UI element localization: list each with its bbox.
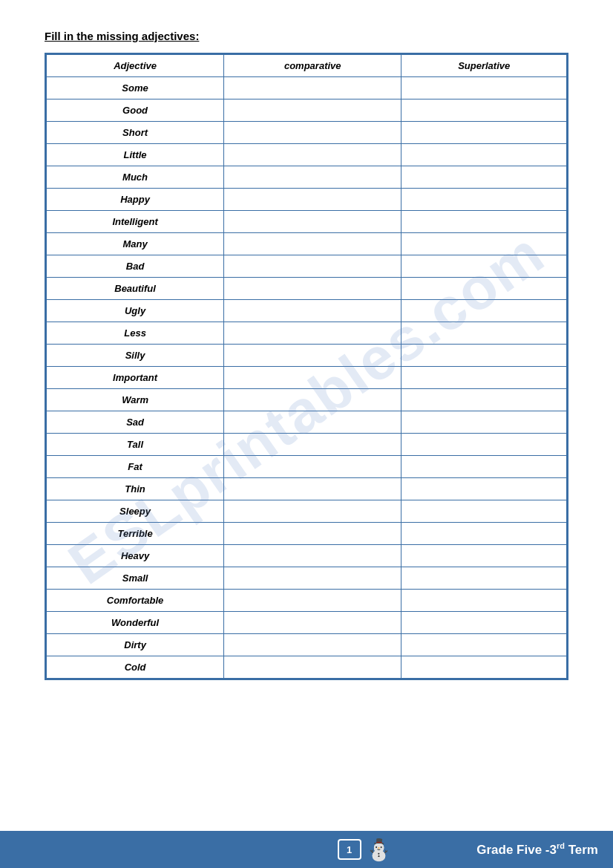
col-header-adjective: Adjective <box>47 55 224 77</box>
superlative-cell[interactable] <box>401 77 567 99</box>
adjective-cell: Wonderful <box>47 612 224 634</box>
adjective-cell: Many <box>47 233 224 255</box>
superlative-cell[interactable] <box>401 278 567 300</box>
adjective-cell: Short <box>47 122 224 144</box>
table-row: Little <box>47 144 567 166</box>
term-label: Term <box>565 843 598 857</box>
superlative-cell[interactable] <box>401 411 567 434</box>
table-row: Sleepy <box>47 500 567 523</box>
adjective-cell: Comfortable <box>47 590 224 612</box>
comparative-cell[interactable] <box>224 300 401 322</box>
comparative-cell[interactable] <box>224 77 401 99</box>
table-row: Ugly <box>47 300 567 322</box>
comparative-cell[interactable] <box>224 590 401 612</box>
footer-center: 1 ⛄ <box>338 838 392 862</box>
comparative-cell[interactable] <box>224 367 401 389</box>
adjective-cell: Little <box>47 144 224 166</box>
comparative-cell[interactable] <box>224 389 401 411</box>
comparative-cell[interactable] <box>224 434 401 456</box>
superlative-cell[interactable] <box>401 590 567 612</box>
superlative-cell[interactable] <box>401 99 567 122</box>
page-number-badge: 1 <box>338 839 361 860</box>
superlative-cell[interactable] <box>401 122 567 144</box>
superlative-cell[interactable] <box>401 456 567 478</box>
footer-left <box>15 836 252 863</box>
adjective-cell: Tall <box>47 434 224 456</box>
table-row: Comfortable <box>47 590 567 612</box>
comparative-cell[interactable] <box>224 456 401 478</box>
superlative-cell[interactable] <box>401 500 567 523</box>
adjective-cell: Intelligent <box>47 211 224 233</box>
comparative-cell[interactable] <box>224 345 401 367</box>
table-row: Thin <box>47 478 567 500</box>
table-row: Good <box>47 99 567 122</box>
superlative-cell[interactable] <box>401 300 567 322</box>
superlative-cell[interactable] <box>401 166 567 189</box>
grade-sup: rd <box>557 841 565 850</box>
comparative-cell[interactable] <box>224 634 401 656</box>
adjective-cell: Terrible <box>47 523 224 545</box>
superlative-cell[interactable] <box>401 434 567 456</box>
comparative-cell[interactable] <box>224 122 401 144</box>
superlative-cell[interactable] <box>401 233 567 255</box>
superlative-cell[interactable] <box>401 656 567 679</box>
adjective-cell: Much <box>47 166 224 189</box>
superlative-cell[interactable] <box>401 211 567 233</box>
grade-label: Grade Five -3 <box>476 843 557 857</box>
comparative-cell[interactable] <box>224 656 401 679</box>
superlative-cell[interactable] <box>401 144 567 166</box>
superlative-cell[interactable] <box>401 255 567 278</box>
table-row: Bad <box>47 255 567 278</box>
comparative-cell[interactable] <box>224 255 401 278</box>
comparative-cell[interactable] <box>224 322 401 345</box>
table-row: Happy <box>47 189 567 211</box>
comparative-cell[interactable] <box>224 567 401 590</box>
comparative-cell[interactable] <box>224 189 401 211</box>
table-row: Beautiful <box>47 278 567 300</box>
superlative-cell[interactable] <box>401 345 567 367</box>
comparative-cell[interactable] <box>224 144 401 166</box>
col-header-superlative: Superlative <box>401 55 567 77</box>
superlative-cell[interactable] <box>401 545 567 567</box>
comparative-cell[interactable] <box>224 478 401 500</box>
superlative-cell[interactable] <box>401 389 567 411</box>
superlative-cell[interactable] <box>401 634 567 656</box>
adjective-cell: Beautiful <box>47 278 224 300</box>
adjective-cell: Warm <box>47 389 224 411</box>
comparative-cell[interactable] <box>224 233 401 255</box>
superlative-cell[interactable] <box>401 478 567 500</box>
superlative-cell[interactable] <box>401 322 567 345</box>
comparative-cell[interactable] <box>224 278 401 300</box>
table-row: Less <box>47 322 567 345</box>
comparative-cell[interactable] <box>224 411 401 434</box>
comparative-cell[interactable] <box>224 612 401 634</box>
footer-grade: Grade Five -3rd Term <box>476 841 598 858</box>
adjective-cell: Good <box>47 99 224 122</box>
table-row: Intelligent <box>47 211 567 233</box>
adjective-cell: Sad <box>47 411 224 434</box>
table-row: Many <box>47 233 567 255</box>
superlative-cell[interactable] <box>401 567 567 590</box>
table-row: Important <box>47 367 567 389</box>
table-row: Wonderful <box>47 612 567 634</box>
table-row: Cold <box>47 656 567 679</box>
adjective-cell: Heavy <box>47 545 224 567</box>
comparative-cell[interactable] <box>224 500 401 523</box>
comparative-cell[interactable] <box>224 523 401 545</box>
adjective-cell: Important <box>47 367 224 389</box>
adjective-cell: Less <box>47 322 224 345</box>
page-title: Fill in the missing adjectives: <box>45 30 568 42</box>
superlative-cell[interactable] <box>401 367 567 389</box>
adjective-cell: Fat <box>47 456 224 478</box>
adjective-cell: Bad <box>47 255 224 278</box>
superlative-cell[interactable] <box>401 189 567 211</box>
adjective-cell: Thin <box>47 478 224 500</box>
footer: 1 ⛄ Grade Five -3rd Term <box>0 831 613 868</box>
superlative-cell[interactable] <box>401 612 567 634</box>
table-row: Warm <box>47 389 567 411</box>
superlative-cell[interactable] <box>401 523 567 545</box>
comparative-cell[interactable] <box>224 545 401 567</box>
comparative-cell[interactable] <box>224 99 401 122</box>
comparative-cell[interactable] <box>224 211 401 233</box>
comparative-cell[interactable] <box>224 166 401 189</box>
